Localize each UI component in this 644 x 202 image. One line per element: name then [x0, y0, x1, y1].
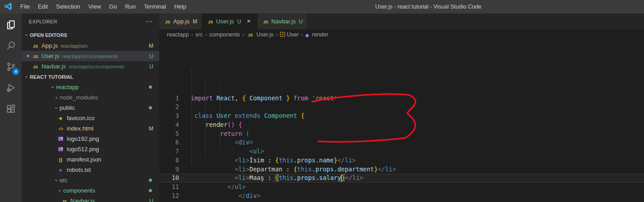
- tree-item-logo512.png[interactable]: logo512.png: [22, 144, 159, 154]
- line-number: 9: [159, 165, 179, 174]
- tree-item-reactapp[interactable]: ›reactapp: [22, 82, 159, 92]
- explorer-title: EXPLORER: [29, 19, 57, 24]
- tab-App.js[interactable]: JSApp.jsM: [159, 13, 202, 29]
- open-editor-User.js[interactable]: ✕JSUser.jsreactapp\src\componentsU: [22, 51, 159, 61]
- tree-item-label: robots.txt: [67, 166, 91, 173]
- code-line-1: 1import React, { Component } from 'react…: [159, 94, 644, 103]
- method-symbol-icon: [305, 32, 310, 37]
- activity-explorer[interactable]: [0, 13, 22, 35]
- tree-item-src[interactable]: ›src: [22, 175, 159, 185]
- breadcrumb-label: User.js: [256, 31, 273, 38]
- breadcrumb-src[interactable]: src: [195, 31, 203, 38]
- breadcrumb-User.js[interactable]: JSUser.js: [246, 31, 273, 38]
- tree-item-label: manifest.json: [67, 156, 101, 163]
- file-tree: ›reactapp›node_modules›public★favicon.ic…: [22, 82, 159, 202]
- js-file-icon: JS: [62, 199, 67, 202]
- tree-item-label: logo512.png: [67, 146, 99, 153]
- tab-Navbar.js[interactable]: JSNavbar.jsU: [258, 13, 308, 29]
- line-number: 8: [159, 156, 179, 165]
- html-file-icon: <>: [59, 126, 63, 131]
- text-file-icon: ≡: [60, 168, 62, 173]
- breadcrumb-reactapp[interactable]: reactapp: [167, 31, 189, 38]
- git-change-dot: [149, 189, 152, 192]
- files-icon: [6, 19, 16, 29]
- git-status-badge: M: [149, 43, 153, 49]
- file-name: Navbar.js: [41, 63, 66, 70]
- tab-User.js[interactable]: JSUser.jsU✕: [202, 13, 257, 29]
- tree-item-label: logo192.png: [67, 135, 99, 142]
- activity-extensions[interactable]: [0, 98, 22, 119]
- editor-group: JSApp.jsMJSUser.jsU✕JSNavbar.jsU reactap…: [159, 13, 644, 202]
- workspace-header[interactable]: › REACT TUTORIAL: [22, 72, 159, 82]
- menu-run[interactable]: Run: [121, 3, 140, 10]
- line-number: 5: [159, 130, 179, 139]
- image-file-icon: [58, 137, 63, 141]
- activity-source-control[interactable]: 4: [0, 56, 22, 77]
- code-line-11: 11 </ul>: [159, 183, 644, 192]
- code-line-10: 10 <li>Maaş : {this.props.salary}</li>: [159, 174, 644, 183]
- breadcrumb-label: src: [195, 31, 203, 38]
- close-icon[interactable]: ✕: [24, 54, 32, 58]
- chevron-right-icon: ›: [53, 94, 60, 101]
- breadcrumb-separator-icon: ›: [276, 31, 278, 38]
- class-symbol-icon: [280, 32, 285, 37]
- breadcrumb-components[interactable]: components: [209, 31, 240, 38]
- code-line-13: 13 ): [159, 201, 644, 202]
- code-line-12: 12 </div>: [159, 192, 644, 201]
- tree-item-index.html[interactable]: <>index.htmlM: [22, 123, 159, 134]
- code-line-7: 7 <ul>: [159, 147, 644, 156]
- line-number: 10: [159, 174, 179, 183]
- line-number: 1: [159, 94, 179, 103]
- code-line-2: 2: [159, 103, 644, 112]
- code-editor[interactable]: 1import React, { Component } from 'react…: [159, 40, 644, 202]
- menu-help[interactable]: Help: [170, 3, 190, 10]
- open-editor-Navbar.js[interactable]: JSNavbar.jsreactapp\src\componentsU: [22, 61, 159, 72]
- extensions-icon: [6, 104, 16, 114]
- line-number: 12: [159, 192, 179, 201]
- activity-search[interactable]: [0, 35, 22, 56]
- tree-item-label: public: [60, 104, 75, 111]
- git-status-badge: M: [149, 126, 153, 132]
- tree-item-components[interactable]: ›components: [22, 185, 159, 196]
- tree-item-public[interactable]: ›public: [22, 103, 159, 113]
- js-file-icon: JS: [33, 44, 38, 49]
- more-actions-icon[interactable]: ⋯: [146, 18, 153, 26]
- line-number: 2: [159, 103, 179, 112]
- chevron-down-icon: ›: [53, 105, 60, 111]
- title-bar: FileEditSelectionViewGoRunTerminalHelp U…: [0, 0, 644, 13]
- breadcrumb-label: User: [287, 31, 299, 38]
- open-editors-header[interactable]: › OPEN EDITORS: [22, 29, 159, 40]
- js-file-icon: JS: [33, 54, 38, 59]
- menu-view[interactable]: View: [84, 3, 105, 10]
- tree-item-logo192.png[interactable]: logo192.png: [22, 134, 159, 144]
- chevron-down-icon: ›: [50, 84, 56, 90]
- tree-item-robots.txt[interactable]: ≡robots.txt: [22, 165, 159, 175]
- file-path: reactapp\src: [60, 43, 88, 49]
- menu-file[interactable]: File: [16, 3, 34, 10]
- tree-item-manifest.json[interactable]: {}manifest.json: [22, 154, 159, 165]
- breadcrumb-label: render: [312, 31, 328, 38]
- tree-item-label: src: [60, 177, 67, 184]
- line-number: 13: [159, 201, 179, 202]
- activity-run-debug[interactable]: [0, 77, 22, 98]
- breadcrumb-render[interactable]: render: [305, 31, 328, 38]
- line-number: 6: [159, 138, 179, 147]
- menu-terminal[interactable]: Terminal: [140, 3, 170, 10]
- chevron-down-icon: ›: [57, 188, 63, 194]
- menu-edit[interactable]: Edit: [34, 3, 52, 10]
- favicon-star-icon: ★: [59, 116, 63, 121]
- code-line-5: 5 return (: [159, 130, 644, 139]
- tree-item-label: Navbar.js: [70, 198, 95, 202]
- open-editor-App.js[interactable]: JSApp.jsreactapp\srcM: [22, 40, 159, 51]
- close-icon[interactable]: ✕: [245, 18, 253, 24]
- tree-item-node_modules[interactable]: ›node_modules: [22, 92, 159, 103]
- tree-item-label: components: [63, 187, 95, 194]
- tree-item-Navbar.js[interactable]: JSNavbar.jsU: [22, 196, 159, 202]
- tab-label: Navbar.js: [271, 18, 296, 25]
- breadcrumb-User[interactable]: User: [280, 31, 299, 38]
- tree-item-favicon.ico[interactable]: ★favicon.ico: [22, 113, 159, 123]
- menu-go[interactable]: Go: [105, 3, 121, 10]
- menu-selection[interactable]: Selection: [52, 3, 84, 10]
- tree-item-label: favicon.ico: [67, 115, 94, 121]
- git-change-dot: [149, 106, 152, 109]
